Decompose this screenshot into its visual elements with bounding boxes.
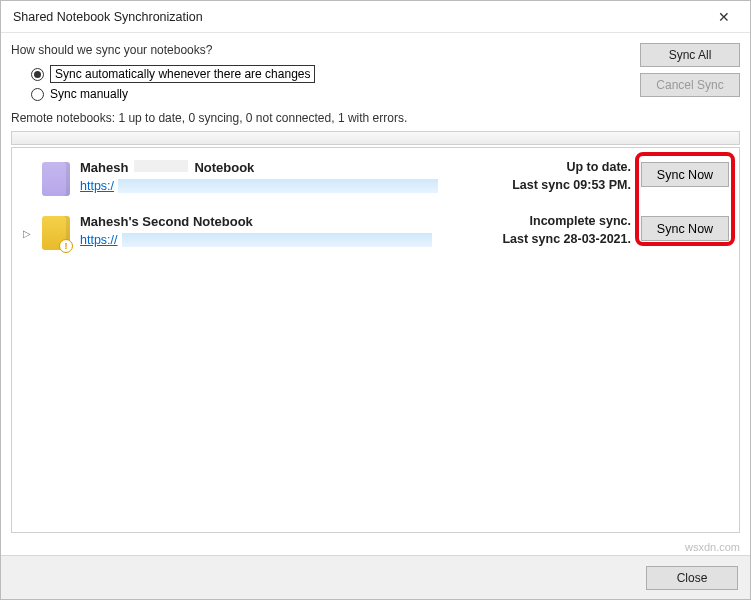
- notebook-info: Mahesh's Second Notebook https://: [80, 214, 451, 247]
- notebook-link-row: https://: [80, 233, 451, 247]
- radio-auto-row[interactable]: Sync automatically whenever there are ch…: [31, 65, 630, 83]
- radio-auto[interactable]: [31, 68, 44, 81]
- notebook-link[interactable]: https://: [80, 233, 118, 247]
- options-column: How should we sync your notebooks? Sync …: [11, 43, 630, 105]
- notebook-title-text: Mahesh's Second Notebook: [80, 214, 253, 229]
- status-line2: Last sync 28-03-2021.: [461, 232, 631, 246]
- sync-now-label: Sync Now: [657, 168, 713, 182]
- list-toolbar: [11, 131, 740, 145]
- cancel-sync-button: Cancel Sync: [640, 73, 740, 97]
- radio-manual-label: Sync manually: [50, 87, 128, 101]
- options-question: How should we sync your notebooks?: [11, 43, 630, 57]
- notebook-row: Mahesh Notebook https:/ Up to date. Last…: [14, 154, 733, 208]
- sync-now-button[interactable]: Sync Now: [641, 216, 729, 241]
- sync-all-button[interactable]: Sync All: [640, 43, 740, 67]
- notebook-title-prefix: Mahesh: [80, 160, 128, 175]
- redacted-text: [134, 160, 188, 172]
- notebook-title: Mahesh Notebook: [80, 160, 451, 175]
- notebook-status: Incomplete sync. Last sync 28-03-2021.: [461, 214, 631, 246]
- notebook-link[interactable]: https:/: [80, 179, 114, 193]
- window-title: Shared Notebook Synchronization: [9, 10, 203, 24]
- radio-auto-label: Sync automatically whenever there are ch…: [50, 65, 315, 83]
- notebook-list: Mahesh Notebook https:/ Up to date. Last…: [11, 147, 740, 533]
- close-dialog-label: Close: [677, 571, 708, 585]
- redacted-url: [118, 179, 438, 193]
- expander-icon[interactable]: [22, 160, 32, 174]
- redacted-url: [122, 233, 432, 247]
- close-dialog-button[interactable]: Close: [646, 566, 738, 590]
- notebook-title: Mahesh's Second Notebook: [80, 214, 451, 229]
- sync-all-label: Sync All: [669, 48, 712, 62]
- notebook-title-suffix: Notebook: [194, 160, 254, 175]
- notebook-link-row: https:/: [80, 179, 451, 193]
- notebook-info: Mahesh Notebook https:/: [80, 160, 451, 193]
- status-line1: Incomplete sync.: [461, 214, 631, 228]
- expander-icon[interactable]: ▷: [22, 214, 32, 239]
- status-summary: Remote notebooks: 1 up to date, 0 syncin…: [1, 109, 750, 131]
- radio-manual[interactable]: [31, 88, 44, 101]
- status-line2: Last sync 09:53 PM.: [461, 178, 631, 192]
- sync-now-button[interactable]: Sync Now: [641, 162, 729, 187]
- status-line1: Up to date.: [461, 160, 631, 174]
- notebook-status: Up to date. Last sync 09:53 PM.: [461, 160, 631, 192]
- footer: Close: [1, 555, 750, 599]
- notebook-icon-warning: [42, 216, 70, 250]
- sync-now-label: Sync Now: [657, 222, 713, 236]
- top-buttons: Sync All Cancel Sync: [640, 43, 740, 105]
- options-area: How should we sync your notebooks? Sync …: [1, 33, 750, 109]
- notebook-icon: [42, 162, 70, 196]
- radio-manual-row[interactable]: Sync manually: [31, 87, 630, 101]
- titlebar: Shared Notebook Synchronization ✕: [1, 1, 750, 33]
- watermark: wsxdn.com: [685, 541, 740, 553]
- close-icon: ✕: [718, 9, 730, 25]
- close-button[interactable]: ✕: [706, 3, 742, 31]
- notebook-row: ▷ Mahesh's Second Notebook https:// Inco…: [14, 208, 733, 262]
- cancel-sync-label: Cancel Sync: [656, 78, 723, 92]
